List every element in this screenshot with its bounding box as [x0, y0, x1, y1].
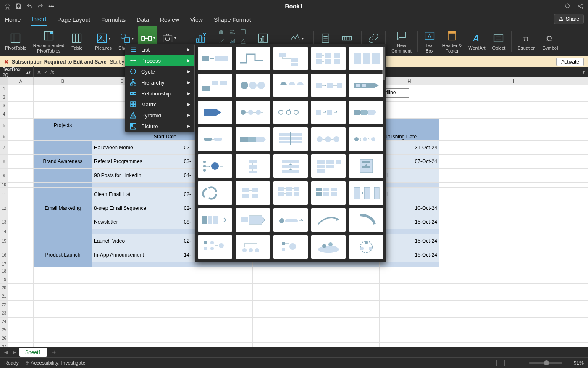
svg-point-86: [241, 110, 246, 115]
process-thumb-10[interactable]: [198, 101, 232, 124]
tab-formulas[interactable]: Formulas: [100, 14, 126, 26]
process-thumb-22[interactable]: [273, 154, 308, 178]
process-thumb-27[interactable]: [273, 181, 308, 205]
tab-view[interactable]: View: [189, 14, 204, 26]
process-thumb-21[interactable]: [236, 154, 270, 178]
redo-icon[interactable]: [37, 3, 44, 10]
process-thumb-38[interactable]: [311, 235, 346, 259]
save-icon[interactable]: [15, 3, 22, 10]
process-thumb-4[interactable]: [349, 47, 383, 70]
process-thumb-7[interactable]: [273, 74, 308, 97]
process-thumb-12[interactable]: [273, 101, 308, 124]
process-thumb-23[interactable]: [311, 154, 346, 178]
pictures-button[interactable]: ▾Pictures: [92, 26, 114, 56]
col-I[interactable]: I: [439, 77, 588, 85]
process-thumb-1[interactable]: [236, 47, 270, 70]
process-thumb-3[interactable]: [311, 47, 346, 70]
process-thumb-13[interactable]: [311, 101, 346, 124]
process-thumb-11[interactable]: [236, 101, 270, 124]
process-thumb-18[interactable]: [311, 127, 346, 151]
zoom-level[interactable]: 91%: [574, 360, 584, 366]
process-thumb-28[interactable]: [311, 181, 346, 205]
view-page-break-icon[interactable]: [509, 360, 517, 366]
recommended-pivottables-button[interactable]: Recommended PivotTables: [31, 26, 67, 56]
process-thumb-16[interactable]: [236, 127, 270, 151]
process-thumb-24[interactable]: [349, 154, 383, 178]
process-thumb-5[interactable]: [198, 74, 232, 97]
process-thumb-33[interactable]: [311, 208, 346, 232]
search-icon[interactable]: [564, 3, 571, 10]
zoom-out-button[interactable]: −: [522, 360, 525, 366]
process-thumb-9[interactable]: [349, 74, 383, 97]
home-icon[interactable]: [4, 3, 11, 10]
process-thumb-39[interactable]: [349, 235, 383, 259]
table-button[interactable]: Table: [68, 26, 85, 56]
sheet-nav-next[interactable]: ▶: [11, 349, 18, 355]
undo-icon[interactable]: [26, 3, 33, 10]
smartart-hierarchy[interactable]: Hierarchy▶: [125, 77, 194, 88]
process-thumb-37[interactable]: [273, 235, 308, 259]
process-thumb-15[interactable]: [198, 127, 232, 151]
process-thumb-6[interactable]: [236, 74, 270, 97]
cancel-formula-icon[interactable]: ✕: [37, 69, 41, 75]
process-thumb-2[interactable]: [273, 47, 308, 70]
process-thumb-30[interactable]: [198, 208, 232, 232]
tab-data[interactable]: Data: [136, 14, 150, 26]
close-message-icon[interactable]: ✖: [4, 59, 8, 65]
process-thumb-26[interactable]: [236, 181, 270, 205]
fx-icon[interactable]: fx: [50, 69, 54, 75]
zoom-in-button[interactable]: +: [567, 360, 570, 366]
pivottable-button[interactable]: PivotTable: [3, 26, 29, 56]
new-comment-button[interactable]: New Comment: [389, 26, 414, 56]
process-thumb-17[interactable]: [273, 127, 308, 151]
process-thumb-19[interactable]: (): [349, 127, 383, 151]
view-normal-icon[interactable]: [484, 360, 492, 366]
smartart-cycle[interactable]: Cycle▶: [125, 66, 194, 77]
expand-formula-icon[interactable]: ▼: [579, 70, 588, 74]
process-thumb-0[interactable]: [198, 47, 232, 70]
process-thumb-36[interactable]: [236, 235, 270, 259]
zoom-slider[interactable]: [529, 362, 562, 364]
sheet-nav-prev[interactable]: ◀: [3, 349, 9, 355]
smartart-pyramid[interactable]: Pyramid▶: [125, 110, 194, 121]
tab-home[interactable]: Home: [4, 14, 21, 26]
smartart-process[interactable]: Process▶: [125, 55, 194, 66]
header-footer-button[interactable]: Header & Footer: [440, 26, 464, 56]
share-button[interactable]: Share: [554, 14, 584, 24]
enter-formula-icon[interactable]: ✓: [44, 69, 48, 75]
process-thumb-35[interactable]: [198, 235, 232, 259]
process-thumb-8[interactable]: [311, 74, 346, 97]
process-thumb-20[interactable]: [198, 154, 232, 178]
col-B[interactable]: B: [34, 77, 92, 85]
name-box[interactable]: TextBox 20▴▾: [0, 66, 34, 78]
sheet-tab-1[interactable]: Sheet1: [19, 348, 47, 357]
process-thumb-29[interactable]: [349, 181, 383, 205]
status-accessibility[interactable]: Accessibility: Investigate: [25, 360, 86, 366]
floating-textbox[interactable]: dline: [383, 88, 409, 98]
symbol-button[interactable]: ΩSymbol: [540, 26, 561, 56]
view-page-layout-icon[interactable]: [496, 360, 505, 366]
smartart-relationship[interactable]: Relationship▶: [125, 88, 194, 99]
tab-insert[interactable]: Insert: [31, 13, 47, 26]
col-A[interactable]: A: [8, 77, 34, 85]
tab-review[interactable]: Review: [159, 14, 180, 26]
process-thumb-32[interactable]: [273, 208, 308, 232]
share-icon[interactable]: [577, 3, 584, 10]
text-box-button[interactable]: AText Box: [421, 26, 438, 56]
activate-button[interactable]: Activate: [556, 58, 584, 66]
tab-shape-format[interactable]: Shape Format: [213, 14, 252, 26]
add-sheet-button[interactable]: +: [49, 349, 59, 356]
object-button[interactable]: Object: [489, 26, 508, 56]
smartart-list[interactable]: List▶: [125, 44, 194, 55]
process-thumb-34[interactable]: [349, 208, 383, 232]
equation-button[interactable]: πEquation: [515, 26, 538, 56]
process-thumb-14[interactable]: [349, 101, 383, 124]
smartart-matrix[interactable]: Matrix▶: [125, 99, 194, 110]
smartart-picture[interactable]: Picture▶: [125, 121, 194, 132]
more-icon[interactable]: •••: [48, 3, 55, 10]
col-H[interactable]: H: [380, 77, 439, 85]
process-thumb-31[interactable]: [236, 208, 270, 232]
wordart-button[interactable]: AWordArt: [466, 26, 488, 56]
tab-page-layout[interactable]: Page Layout: [56, 14, 91, 26]
process-thumb-25[interactable]: [198, 181, 232, 205]
